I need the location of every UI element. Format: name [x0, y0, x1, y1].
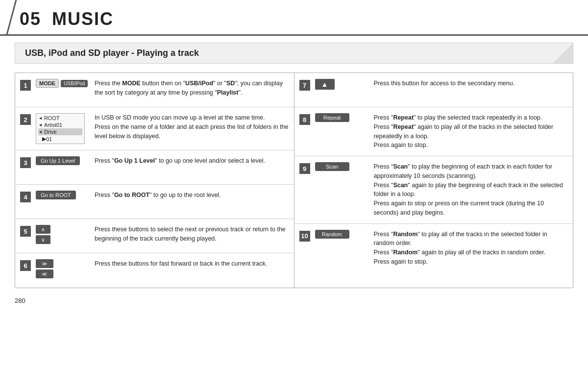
folder-01: ▶01 [38, 135, 82, 143]
left-column: 1 MODE USB/iPod Press the MODE button th… [15, 73, 294, 288]
step-2-desc: In USB or SD mode you can move up a leve… [95, 113, 289, 141]
step-1-row: 1 MODE USB/iPod Press the MODE button th… [15, 73, 294, 107]
step-1-icon: MODE USB/iPod [36, 79, 90, 88]
chapter-number: 05 [20, 9, 41, 29]
step-9-icon: Scan [315, 162, 369, 171]
step-8-desc: Press "Repeat" to play the selected trac… [374, 113, 568, 150]
step-2-icon: ◄ROOT ◄Artist01 ◄Drive ▶01 [36, 113, 90, 144]
step-1-desc: Press the MODE button then on "USB/iPod"… [95, 79, 289, 98]
arrow-down-button[interactable]: ∨ [36, 235, 50, 244]
step-6-row: 6 ≫ ≪ Press these buttons for fast forwa… [15, 253, 294, 288]
page-number: 280 [0, 293, 588, 308]
step-2-row: 2 ◄ROOT ◄Artist01 ◄Drive ▶01 [15, 107, 294, 150]
page-header: 05 MUSIC [0, 0, 588, 36]
step-9-row: 9 Scan Press "Scan" to play the beginnin… [294, 156, 573, 224]
step-4-badge: 4 [20, 192, 31, 202]
step-9-desc: Press "Scan" to play the beginning of ea… [374, 162, 568, 218]
step-3-icon: Go Up 1 Level [36, 156, 90, 165]
step-8-icon: Repeat [315, 113, 369, 122]
folder-tree: ◄ROOT ◄Artist01 ◄Drive ▶01 [36, 113, 85, 144]
right-column: 7 ▲ Press this button for access to the … [294, 73, 574, 288]
step-8-badge: 8 [299, 114, 310, 125]
folder-drive: ◄Drive [38, 128, 82, 135]
step-4-icon: Go to ROOT [36, 191, 90, 199]
step-9-badge: 9 [299, 163, 310, 174]
step-4-row: 4 Go to ROOT Press "Go to ROOT" to go up… [15, 185, 294, 219]
usb-ipod-button[interactable]: USB/iPod [61, 80, 88, 87]
step-6-desc: Press these buttons for fast forward or … [95, 259, 289, 269]
step-10-badge: 10 [299, 231, 310, 242]
folder-artist: ◄Artist01 [38, 122, 82, 128]
step-10-row: 10 Random Press "Random" to play all of … [294, 224, 573, 272]
mode-button[interactable]: MODE [36, 79, 59, 88]
chapter-name: MUSIC [52, 9, 114, 29]
step-3-badge: 3 [20, 157, 31, 168]
repeat-button[interactable]: Repeat [315, 113, 349, 122]
step-10-icon: Random [315, 230, 369, 239]
step-7-row: 7 ▲ Press this button for access to the … [294, 73, 573, 107]
step-8-row: 8 Repeat Press "Repeat" to play the sele… [294, 107, 573, 156]
step-7-icon: ▲ [315, 79, 369, 90]
step-5-badge: 5 [20, 226, 31, 237]
fast-forward-button[interactable]: ≫ [36, 259, 53, 268]
step-1-badge: 1 [20, 80, 31, 91]
step-7-badge: 7 [299, 80, 310, 91]
step-6-icon: ≫ ≪ [36, 259, 90, 278]
go-to-root-button[interactable]: Go to ROOT [36, 191, 76, 199]
fast-back-button[interactable]: ≪ [36, 270, 53, 278]
step-5-desc: Press these buttons to select the next o… [95, 225, 289, 244]
step-10-desc: Press "Random" to play all of the tracks… [374, 230, 568, 267]
step-5-icon: ∧ ∨ [36, 225, 90, 244]
step-3-desc: Press "Go Up 1 Level" to go up one level… [95, 156, 289, 166]
main-content: 1 MODE USB/iPod Press the MODE button th… [15, 73, 573, 288]
step-5-row: 5 ∧ ∨ Press these buttons to select the … [15, 219, 294, 253]
folder-root: ◄ROOT [38, 115, 82, 122]
step-3-row: 3 Go Up 1 Level Press "Go Up 1 Level" to… [15, 150, 294, 185]
secondary-menu-button[interactable]: ▲ [315, 79, 335, 90]
section-subtitle: USB, iPod and SD player - Playing a trac… [15, 43, 573, 64]
step-6-badge: 6 [20, 260, 31, 271]
scan-button[interactable]: Scan [315, 162, 349, 171]
arrow-up-button[interactable]: ∧ [36, 225, 50, 234]
step-7-desc: Press this button for access to the seco… [374, 79, 568, 88]
step-2-badge: 2 [20, 114, 31, 125]
go-up-1-level-button[interactable]: Go Up 1 Level [36, 156, 80, 165]
random-button[interactable]: Random [315, 230, 349, 239]
chapter-title: 05 MUSIC [20, 9, 568, 29]
step-4-desc: Press "Go to ROOT" to go up to the root … [95, 191, 289, 200]
